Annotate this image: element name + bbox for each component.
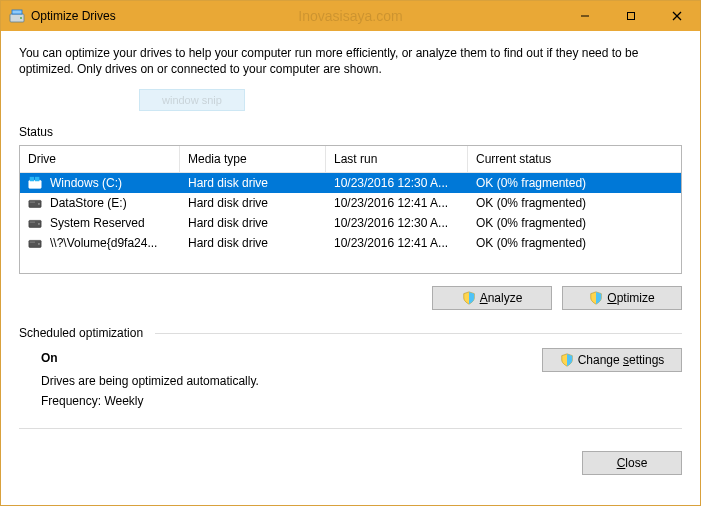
optimize-label: Optimize xyxy=(607,291,654,305)
drive-icon xyxy=(28,216,44,230)
column-media[interactable]: Media type xyxy=(180,146,326,172)
table-row[interactable]: DataStore (E:)Hard disk drive10/23/2016 … xyxy=(20,193,681,213)
shield-icon xyxy=(589,291,603,305)
svg-point-2 xyxy=(20,17,22,19)
optimize-button[interactable]: Optimize xyxy=(562,286,682,310)
column-last-run[interactable]: Last run xyxy=(326,146,468,172)
maximize-button[interactable] xyxy=(608,1,654,31)
svg-point-17 xyxy=(38,243,40,245)
watermark-text: Inovasisaya.com xyxy=(298,8,402,24)
drive-status: OK (0% fragmented) xyxy=(468,214,681,232)
drive-status: OK (0% fragmented) xyxy=(468,234,681,252)
drive-media: Hard disk drive xyxy=(180,174,326,192)
intro-text: You can optimize your drives to help you… xyxy=(19,45,682,77)
ghost-overlay: window snip xyxy=(19,89,682,111)
scheduled-state: On xyxy=(41,348,259,368)
drive-last-run: 10/23/2016 12:30 A... xyxy=(326,214,468,232)
shield-icon xyxy=(462,291,476,305)
drive-name: System Reserved xyxy=(50,216,145,230)
svg-rect-8 xyxy=(30,177,34,181)
close-label: Close xyxy=(617,456,648,470)
close-dialog-button[interactable]: Close xyxy=(582,451,682,475)
svg-rect-1 xyxy=(12,10,22,14)
status-section-label: Status xyxy=(19,125,682,139)
analyze-label: Analyze xyxy=(480,291,523,305)
drive-name: Windows (C:) xyxy=(50,176,122,190)
svg-rect-15 xyxy=(30,222,35,223)
analyze-button[interactable]: Analyze xyxy=(432,286,552,310)
drive-table-body: Windows (C:)Hard disk drive10/23/2016 12… xyxy=(20,173,681,273)
window-title: Optimize Drives xyxy=(31,9,116,23)
svg-rect-18 xyxy=(30,242,35,243)
titlebar: Optimize Drives Inovasisaya.com xyxy=(1,1,700,31)
drive-icon xyxy=(28,176,44,190)
svg-point-14 xyxy=(38,223,40,225)
svg-point-11 xyxy=(38,203,40,205)
drive-icon xyxy=(28,196,44,210)
drive-last-run: 10/23/2016 12:41 A... xyxy=(326,234,468,252)
drive-last-run: 10/23/2016 12:30 A... xyxy=(326,174,468,192)
scheduled-info: On Drives are being optimized automatica… xyxy=(19,348,259,411)
drive-table: Drive Media type Last run Current status… xyxy=(19,145,682,274)
drive-status: OK (0% fragmented) xyxy=(468,174,681,192)
change-settings-button[interactable]: Change settings xyxy=(542,348,682,372)
drive-media: Hard disk drive xyxy=(180,214,326,232)
divider xyxy=(155,333,682,334)
drive-media: Hard disk drive xyxy=(180,194,326,212)
svg-rect-4 xyxy=(628,13,635,20)
shield-icon xyxy=(560,353,574,367)
table-row[interactable]: System ReservedHard disk drive10/23/2016… xyxy=(20,213,681,233)
drive-table-header: Drive Media type Last run Current status xyxy=(20,146,681,173)
app-icon xyxy=(9,8,25,24)
drive-icon xyxy=(28,236,44,250)
ghost-button-label: window snip xyxy=(139,89,245,111)
divider xyxy=(19,428,682,429)
close-button[interactable] xyxy=(654,1,700,31)
svg-rect-9 xyxy=(35,177,39,181)
minimize-button[interactable] xyxy=(562,1,608,31)
column-status[interactable]: Current status xyxy=(468,146,681,172)
change-settings-label: Change settings xyxy=(578,353,665,367)
drive-name: DataStore (E:) xyxy=(50,196,127,210)
window-controls xyxy=(562,1,700,31)
svg-rect-12 xyxy=(30,202,35,203)
drive-name: \\?\Volume{d9fa24... xyxy=(50,236,157,250)
scheduled-section-label: Scheduled optimization xyxy=(19,326,143,340)
svg-rect-7 xyxy=(29,181,41,189)
drive-status: OK (0% fragmented) xyxy=(468,194,681,212)
table-row[interactable]: Windows (C:)Hard disk drive10/23/2016 12… xyxy=(20,173,681,193)
drive-media: Hard disk drive xyxy=(180,234,326,252)
table-row[interactable]: \\?\Volume{d9fa24...Hard disk drive10/23… xyxy=(20,233,681,253)
drive-last-run: 10/23/2016 12:41 A... xyxy=(326,194,468,212)
scheduled-desc: Drives are being optimized automatically… xyxy=(41,371,259,391)
scheduled-frequency: Frequency: Weekly xyxy=(41,391,259,411)
column-drive[interactable]: Drive xyxy=(20,146,180,172)
